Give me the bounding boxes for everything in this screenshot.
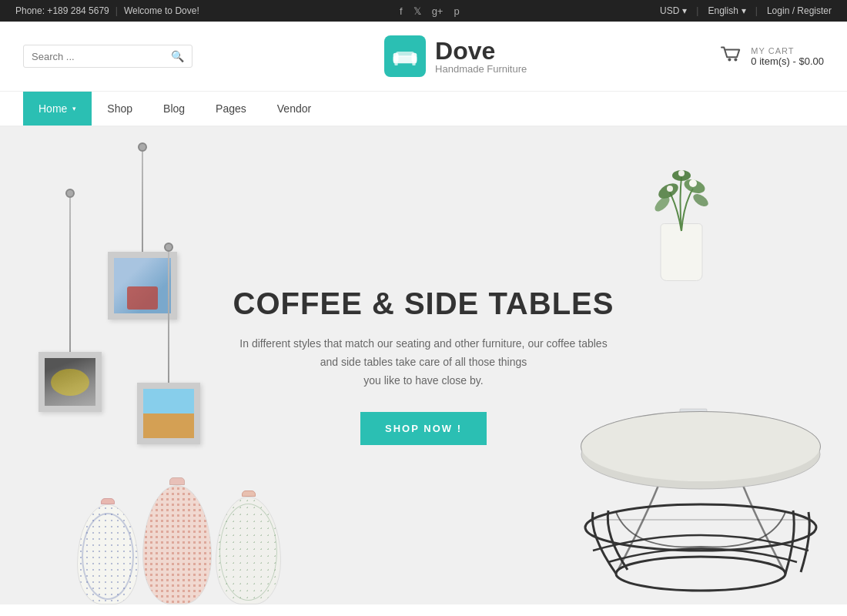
sofa-icon xyxy=(392,43,418,69)
svg-point-12 xyxy=(691,192,711,209)
vase-3 xyxy=(216,490,281,604)
svg-rect-3 xyxy=(396,52,414,57)
header: 🔍 Dove Handmade Furniture xyxy=(0,22,847,92)
svg-point-13 xyxy=(667,186,673,192)
svg-point-7 xyxy=(735,58,738,61)
nav-item-shop[interactable]: Shop xyxy=(92,92,148,126)
frame-chain-2 xyxy=(38,189,102,412)
search-icon[interactable]: 🔍 xyxy=(171,50,184,62)
currency-dropdown-arrow: ▾ xyxy=(682,5,687,16)
plant-svg xyxy=(639,146,724,239)
chain-line-3 xyxy=(168,252,169,383)
frame-chain-3 xyxy=(137,243,200,444)
hero-section: COFFEE & SIDE TABLES In different styles… xyxy=(0,127,847,604)
top-bar: Phone: +189 284 5679 | Welcome to Dove! … xyxy=(0,0,847,22)
svg-rect-4 xyxy=(394,62,397,65)
hero-content: COFFEE & SIDE TABLES In different styles… xyxy=(218,271,630,460)
nav-item-pages[interactable]: Pages xyxy=(200,92,262,126)
login-register-link[interactable]: Login / Register xyxy=(767,5,832,16)
shop-now-button[interactable]: SHOP NOW ! xyxy=(360,412,487,445)
hero-description: In different styles that match our seati… xyxy=(233,335,614,390)
cart-title: MY CART xyxy=(751,46,824,55)
phone-text: Phone: +189 284 5679 xyxy=(15,5,109,16)
cart-icon xyxy=(718,42,743,67)
frame-pic-2 xyxy=(38,352,102,412)
cart-info: MY CART 0 item(s) - $0.00 xyxy=(751,46,824,67)
svg-point-14 xyxy=(689,179,697,187)
pinterest-icon[interactable]: p xyxy=(454,5,459,17)
chain-line-1 xyxy=(142,152,143,252)
twitter-icon[interactable]: 𝕏 xyxy=(413,5,421,17)
vases-decoration xyxy=(77,477,281,604)
frame-pic-3 xyxy=(137,383,200,444)
decorative-frames xyxy=(23,142,192,527)
search-box: 🔍 xyxy=(23,45,192,68)
nav-item-blog[interactable]: Blog xyxy=(148,92,200,126)
brand-subtitle: Handmade Furniture xyxy=(435,63,527,75)
divider: | xyxy=(696,5,698,16)
nav-item-home[interactable]: Home ▾ xyxy=(23,92,92,126)
cart-amount: 0 item(s) - $0.00 xyxy=(751,55,824,67)
googleplus-icon[interactable]: g+ xyxy=(432,5,444,17)
social-links: f 𝕏 g+ p xyxy=(400,5,460,17)
currency-selector[interactable]: USD ▾ xyxy=(660,5,687,16)
search-input[interactable] xyxy=(32,51,171,62)
svg-point-23 xyxy=(616,557,785,591)
chain-dot-1 xyxy=(138,142,147,152)
divider2: | xyxy=(755,5,758,16)
logo-text: Dove Handmade Furniture xyxy=(435,38,527,75)
facebook-icon[interactable]: f xyxy=(400,5,403,17)
chain-dot-3 xyxy=(164,243,173,252)
welcome-text: Welcome to Dove! xyxy=(124,5,199,16)
logo[interactable]: Dove Handmade Furniture xyxy=(384,35,527,77)
nav-item-vendor[interactable]: Vendor xyxy=(262,92,326,126)
chain-line-2 xyxy=(69,198,71,352)
cart-area[interactable]: MY CART 0 item(s) - $0.00 xyxy=(718,42,824,70)
cart-icon-wrap xyxy=(718,42,743,70)
plant-decoration xyxy=(639,158,724,281)
chain-dot-2 xyxy=(65,189,75,198)
svg-point-6 xyxy=(728,58,732,61)
svg-point-15 xyxy=(678,170,685,176)
language-dropdown-arrow: ▾ xyxy=(742,5,746,16)
logo-icon xyxy=(384,35,426,77)
svg-rect-5 xyxy=(412,62,415,65)
top-bar-left: Phone: +189 284 5679 | Welcome to Dove! xyxy=(15,5,199,16)
language-selector[interactable]: English ▾ xyxy=(708,5,745,16)
brand-name: Dove xyxy=(435,38,527,63)
vase-1 xyxy=(77,498,139,604)
hero-title: COFFEE & SIDE TABLES xyxy=(233,286,614,321)
home-dropdown-arrow: ▾ xyxy=(72,105,76,112)
vase-2 xyxy=(142,477,212,604)
top-bar-right: USD ▾ | English ▾ | Login / Register xyxy=(660,5,832,16)
main-nav: Home ▾ Shop Blog Pages Vendor xyxy=(0,92,847,127)
